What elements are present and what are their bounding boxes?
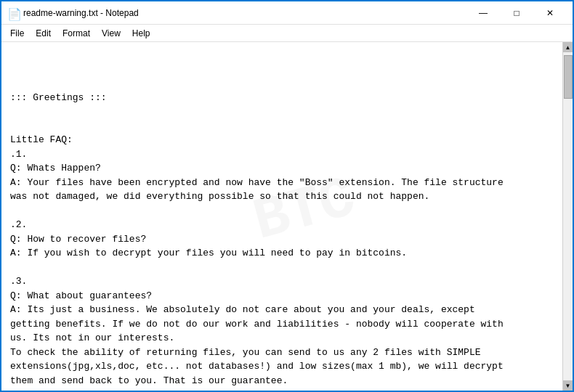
minimize-button[interactable]: — — [466, 1, 500, 25]
title-bar: 📄 readme-warning.txt - Notepad — □ ✕ — [1, 1, 573, 25]
scroll-thumb[interactable] — [564, 55, 573, 99]
menu-edit[interactable]: Edit — [30, 27, 57, 40]
content-area: BTC ::: Greetings ::: Little FAQ: .1. Q:… — [1, 42, 573, 391]
menu-help[interactable]: Help — [126, 27, 156, 40]
scrollbar: ▲ ▼ — [562, 42, 573, 391]
window-title: readme-warning.txt - Notepad — [23, 8, 466, 18]
menu-file[interactable]: File — [4, 27, 30, 40]
window-controls: — □ ✕ — [466, 1, 567, 25]
scroll-down-button[interactable]: ▼ — [563, 380, 573, 391]
text-editor[interactable]: BTC ::: Greetings ::: Little FAQ: .1. Q:… — [1, 42, 562, 391]
app-icon: 📄 — [7, 7, 19, 19]
menu-bar: File Edit Format View Help — [1, 25, 573, 42]
maximize-button[interactable]: □ — [500, 1, 533, 25]
scroll-up-button[interactable]: ▲ — [563, 42, 573, 52]
menu-view[interactable]: View — [96, 27, 126, 40]
text-content: ::: Greetings ::: Little FAQ: .1. Q: Wha… — [10, 91, 554, 391]
close-button[interactable]: ✕ — [533, 1, 567, 25]
main-window: 📄 readme-warning.txt - Notepad — □ ✕ Fil… — [0, 0, 574, 392]
scroll-track[interactable] — [563, 52, 573, 380]
menu-format[interactable]: Format — [57, 27, 96, 40]
